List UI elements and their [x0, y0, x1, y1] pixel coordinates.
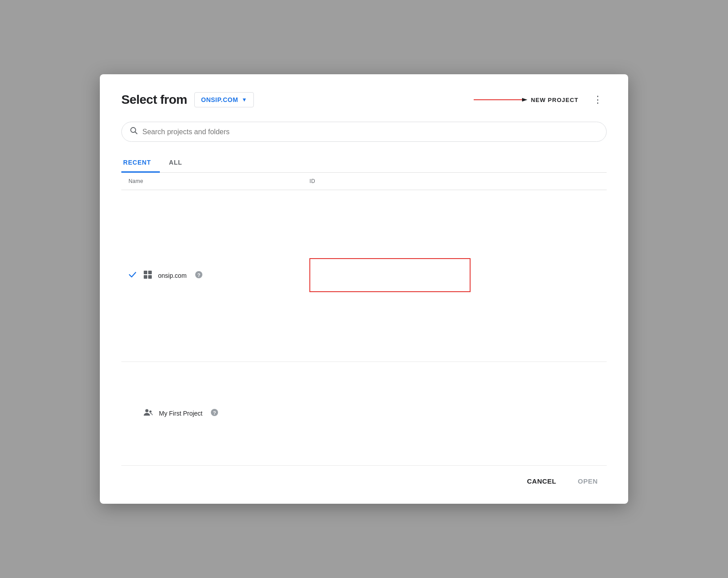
header-left: Select from ONSIP.COM ▼ [121, 92, 254, 107]
select-project-dialog: Select from ONSIP.COM ▼ NEW PROJECT ⋮ [100, 74, 628, 504]
svg-point-11 [150, 410, 152, 412]
row-id-cell-2 [302, 361, 607, 465]
cancel-button[interactable]: CANCEL [518, 473, 565, 489]
new-project-button[interactable]: NEW PROJECT [474, 97, 578, 103]
tabs-container: RECENT ALL [121, 154, 607, 173]
row-org-name: onsip.com [158, 272, 187, 279]
header-right: NEW PROJECT ⋮ [474, 93, 607, 106]
svg-text:?: ? [197, 272, 200, 278]
dialog-header: Select from ONSIP.COM ▼ NEW PROJECT ⋮ [121, 92, 607, 107]
help-icon[interactable]: ? [195, 271, 203, 280]
svg-text:?: ? [213, 410, 216, 416]
dialog-title: Select from [121, 93, 187, 107]
svg-rect-5 [148, 271, 152, 274]
svg-point-10 [146, 409, 149, 412]
check-icon [128, 271, 137, 281]
org-dropdown-button[interactable]: ONSIP.COM ▼ [194, 92, 254, 107]
people-icon [143, 407, 154, 420]
grid-icon [143, 270, 153, 282]
id-highlight-box [309, 258, 471, 292]
col-header-id: ID [302, 173, 607, 190]
dialog-footer: CANCEL OPEN [121, 466, 607, 489]
open-button[interactable]: OPEN [569, 473, 607, 489]
arrow-right-icon [474, 97, 527, 103]
vertical-dots-icon: ⋮ [593, 94, 603, 105]
svg-rect-7 [148, 275, 152, 279]
row-id-cell [302, 190, 607, 361]
col-header-name: Name [121, 173, 302, 190]
more-options-button[interactable]: ⋮ [589, 93, 607, 106]
content-area: Name ID [121, 173, 607, 466]
svg-marker-1 [522, 98, 527, 102]
row-project-name: My First Project [159, 410, 202, 417]
search-container [121, 122, 607, 142]
svg-rect-6 [144, 275, 147, 279]
table-row[interactable]: onsip.com ? [121, 190, 607, 361]
svg-rect-4 [144, 271, 147, 274]
new-project-label: NEW PROJECT [531, 97, 578, 103]
tab-recent[interactable]: RECENT [121, 154, 160, 173]
search-input[interactable] [142, 128, 598, 136]
table-row[interactable]: My First Project ? [121, 361, 607, 465]
chevron-down-icon: ▼ [242, 97, 247, 103]
tab-all[interactable]: ALL [167, 154, 191, 173]
org-dropdown-label: ONSIP.COM [201, 96, 238, 103]
row-name-cell: My First Project ? [121, 361, 302, 465]
help-icon[interactable]: ? [210, 408, 218, 418]
svg-line-3 [135, 132, 137, 134]
row-name-cell: onsip.com ? [121, 190, 302, 361]
search-icon [130, 127, 138, 137]
projects-table: Name ID [121, 173, 607, 466]
